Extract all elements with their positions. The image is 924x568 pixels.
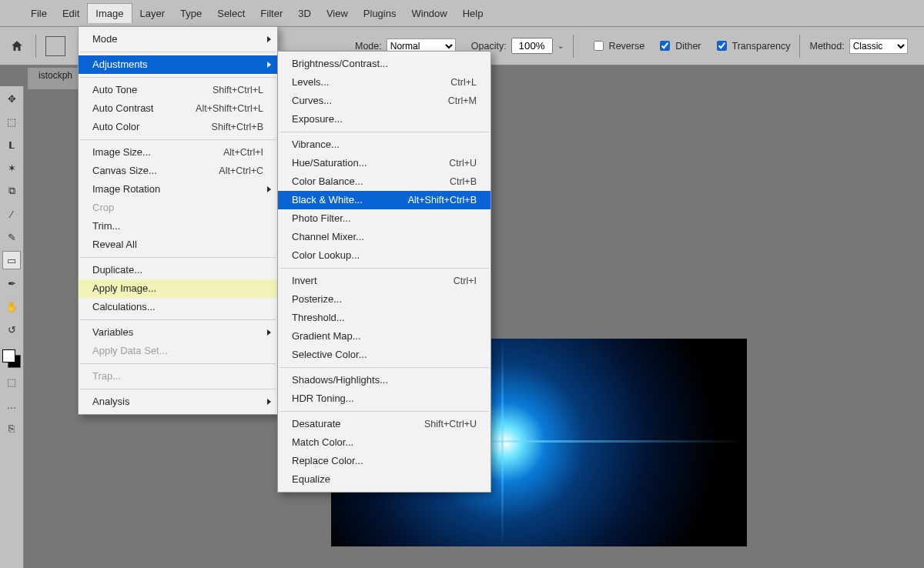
brush-tool[interactable]: ✎: [2, 228, 21, 246]
image-menu-auto-contrast[interactable]: Auto ContrastAlt+Shift+Ctrl+L: [79, 99, 277, 118]
menu-file[interactable]: File: [23, 4, 55, 23]
adjustments-gradient-map[interactable]: Gradient Map...: [278, 327, 490, 346]
menu-item-label: Curves...: [292, 94, 332, 108]
menu-separator: [80, 363, 276, 364]
image-menu-image-rotation[interactable]: Image Rotation: [79, 180, 277, 199]
menu-item-shortcut: Alt+Shift+Ctrl+L: [196, 102, 263, 115]
image-menu-adjustments[interactable]: Adjustments: [79, 55, 277, 74]
image-menu-analysis[interactable]: Analysis: [79, 393, 277, 411]
menu-item-shortcut: Ctrl+B: [450, 175, 477, 189]
menu-item-label: Invert: [292, 274, 317, 288]
adjustments-brightness-contrast[interactable]: Brightness/Contrast...: [278, 55, 490, 73]
eyedropper-tool[interactable]: ⁄: [2, 205, 21, 223]
image-menu-mode[interactable]: Mode: [79, 30, 277, 48]
menu-select[interactable]: Select: [209, 4, 253, 23]
adjustments-exposure[interactable]: Exposure...: [278, 110, 490, 129]
menu-image[interactable]: Image: [87, 3, 132, 23]
menu-item-label: Image Size...: [92, 145, 151, 159]
dither-checkbox[interactable]: Dither: [657, 38, 701, 53]
adjustments-shadows-highlights[interactable]: Shadows/Highlights...: [278, 371, 490, 389]
menu-item-shortcut: Alt+Ctrl+I: [223, 145, 263, 159]
gradient-tool[interactable]: ▭: [2, 251, 21, 269]
adjustments-equalize[interactable]: Equalize: [278, 470, 490, 489]
menu-item-label: Gradient Map...: [292, 329, 361, 343]
adjustments-desaturate[interactable]: DesaturateShift+Ctrl+U: [278, 415, 490, 433]
adjustments-invert[interactable]: InvertCtrl+I: [278, 272, 490, 290]
crop-tool[interactable]: ⧉: [2, 182, 21, 200]
method-select[interactable]: Classic: [849, 38, 908, 54]
opacity-stepper-icon[interactable]: ⌄: [557, 42, 564, 50]
separator: [799, 35, 800, 58]
menu-separator: [280, 367, 489, 368]
menu-help[interactable]: Help: [455, 4, 491, 23]
menu-plugins[interactable]: Plugins: [356, 4, 404, 23]
adjustments-threshold[interactable]: Threshold...: [278, 309, 490, 327]
transparency-checkbox[interactable]: Transparency: [714, 38, 791, 53]
menu-separator: [80, 319, 276, 320]
document-tab[interactable]: istockph: [28, 68, 83, 89]
image-menu-trap: Trap...: [79, 367, 277, 386]
lasso-tool[interactable]: 𝗟: [2, 135, 21, 154]
image-menu-trim[interactable]: Trim...: [79, 217, 277, 236]
menu-type[interactable]: Type: [172, 4, 209, 23]
image-menu-crop: Crop: [79, 199, 277, 217]
menu-layer[interactable]: Layer: [132, 4, 173, 23]
adjustments-photo-filter[interactable]: Photo Filter...: [278, 209, 490, 228]
menu-3d[interactable]: 3D: [290, 4, 319, 23]
adjustments-match-color[interactable]: Match Color...: [278, 433, 490, 452]
rotate-tool[interactable]: ↺: [2, 320, 21, 339]
tool-extra-0[interactable]: ⬚: [2, 373, 21, 391]
menu-item-label: Exposure...: [292, 112, 343, 126]
menu-edit[interactable]: Edit: [55, 4, 87, 23]
tool-preset-icon[interactable]: [45, 36, 65, 56]
hand-tool[interactable]: ✋: [2, 297, 21, 316]
adjustments-replace-color[interactable]: Replace Color...: [278, 452, 490, 470]
pen-tool[interactable]: ✒: [2, 274, 21, 292]
opacity-input[interactable]: [511, 38, 553, 54]
adjustments-color-lookup[interactable]: Color Lookup...: [278, 246, 490, 265]
menu-separator: [80, 77, 276, 78]
menu-window[interactable]: Window: [403, 4, 454, 23]
tool-extra-2[interactable]: ⎘: [2, 419, 21, 437]
image-menu-image-size[interactable]: Image Size...Alt+Ctrl+I: [79, 143, 277, 162]
menu-item-label: Vibrance...: [292, 138, 340, 152]
image-menu-canvas-size[interactable]: Canvas Size...Alt+Ctrl+C: [79, 162, 277, 180]
menu-item-label: Selective Color...: [292, 348, 367, 362]
marquee-tool[interactable]: ⬚: [2, 112, 21, 131]
color-swatches[interactable]: [2, 349, 21, 368]
menu-item-shortcut: Ctrl+I: [454, 274, 477, 288]
menu-item-label: Crop: [92, 201, 114, 215]
menu-item-label: Apply Data Set...: [92, 344, 168, 358]
adjustments-color-balance[interactable]: Color Balance...Ctrl+B: [278, 172, 490, 191]
image-menu-apply-image[interactable]: Apply Image...: [79, 279, 277, 298]
menu-item-label: Match Color...: [292, 436, 353, 449]
image-menu-duplicate[interactable]: Duplicate...: [79, 261, 277, 279]
menu-view[interactable]: View: [319, 4, 356, 23]
menu-item-label: Auto Contrast: [92, 102, 154, 115]
menu-item-label: Shadows/Highlights...: [292, 373, 388, 387]
image-menu-variables[interactable]: Variables: [79, 323, 277, 342]
image-menu-auto-tone[interactable]: Auto ToneShift+Ctrl+L: [79, 81, 277, 99]
menu-item-shortcut: Ctrl+L: [450, 75, 477, 89]
image-menu-calculations[interactable]: Calculations...: [79, 298, 277, 316]
reverse-checkbox[interactable]: Reverse: [591, 38, 645, 53]
image-menu-auto-color[interactable]: Auto ColorShift+Ctrl+B: [79, 118, 277, 136]
adjustments-vibrance[interactable]: Vibrance...: [278, 135, 490, 154]
adjustments-levels[interactable]: Levels...Ctrl+L: [278, 73, 490, 92]
menu-item-label: Color Balance...: [292, 175, 363, 189]
adjustments-black-white[interactable]: Black & White...Alt+Shift+Ctrl+B: [278, 191, 490, 209]
adjustments-channel-mixer[interactable]: Channel Mixer...: [278, 228, 490, 246]
menu-filter[interactable]: Filter: [253, 4, 290, 23]
wand-tool[interactable]: ✶: [2, 159, 21, 177]
image-menu-reveal-all[interactable]: Reveal All: [79, 236, 277, 254]
adjustments-curves[interactable]: Curves...Ctrl+M: [278, 92, 490, 110]
adjustments-selective-color[interactable]: Selective Color...: [278, 346, 490, 364]
menu-separator: [280, 132, 489, 132]
menu-item-label: HDR Toning...: [292, 392, 354, 406]
home-icon[interactable]: [8, 37, 26, 55]
move-tool[interactable]: ✥: [2, 89, 21, 108]
tool-extra-1[interactable]: …: [2, 396, 21, 414]
adjustments-hdr-toning[interactable]: HDR Toning...: [278, 389, 490, 408]
adjustments-hue-saturation[interactable]: Hue/Saturation...Ctrl+U: [278, 154, 490, 172]
adjustments-posterize[interactable]: Posterize...: [278, 290, 490, 309]
